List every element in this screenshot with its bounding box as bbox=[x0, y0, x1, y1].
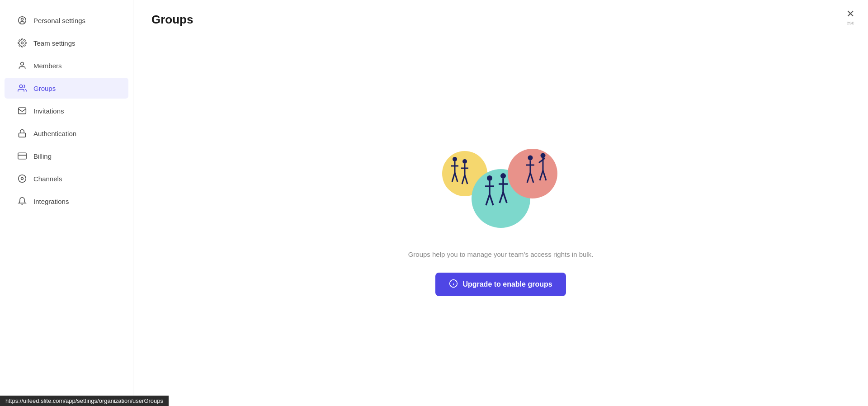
svg-line-34 bbox=[527, 173, 530, 183]
main-body: Groups help you to manage your team's ac… bbox=[133, 36, 868, 406]
status-url: https://uifeed.slite.com/app/settings/or… bbox=[5, 397, 163, 404]
groups-illustration bbox=[433, 146, 569, 237]
sidebar: Personal settings Team settings Members bbox=[0, 0, 133, 406]
svg-line-24 bbox=[486, 194, 490, 205]
sidebar-item-channels[interactable]: Channels bbox=[5, 168, 128, 189]
sidebar-label-invitations: Invitations bbox=[33, 107, 64, 115]
sidebar-item-personal-settings[interactable]: Personal settings bbox=[5, 10, 128, 31]
svg-line-38 bbox=[539, 158, 545, 163]
page-header: Groups bbox=[133, 0, 868, 36]
upgrade-button-label: Upgrade to enable groups bbox=[462, 280, 552, 288]
svg-point-11 bbox=[453, 157, 457, 161]
close-icon: ✕ bbox=[846, 9, 854, 19]
sidebar-item-billing[interactable]: Billing bbox=[5, 146, 128, 166]
sidebar-label-groups: Groups bbox=[33, 85, 56, 92]
person-icon bbox=[17, 61, 27, 71]
svg-point-4 bbox=[19, 85, 23, 88]
groups-description: Groups help you to manage your team's ac… bbox=[408, 250, 594, 258]
svg-point-10 bbox=[21, 178, 24, 180]
sidebar-item-team-settings[interactable]: Team settings bbox=[5, 33, 128, 53]
groups-icon bbox=[17, 83, 27, 93]
people-figures bbox=[433, 146, 569, 237]
mail-icon bbox=[17, 106, 27, 116]
sidebar-item-integrations[interactable]: Integrations bbox=[5, 191, 128, 212]
svg-line-19 bbox=[462, 175, 465, 184]
sidebar-item-groups[interactable]: Groups bbox=[5, 78, 128, 99]
esc-label: esc bbox=[846, 20, 854, 25]
svg-line-30 bbox=[503, 192, 507, 203]
svg-point-31 bbox=[528, 155, 533, 160]
bell-icon bbox=[17, 196, 27, 206]
info-circle-icon bbox=[449, 279, 458, 290]
sidebar-label-team-settings: Team settings bbox=[33, 39, 75, 47]
sidebar-label-personal-settings: Personal settings bbox=[33, 17, 85, 24]
svg-rect-6 bbox=[19, 133, 26, 137]
svg-line-29 bbox=[500, 192, 503, 203]
cog-icon bbox=[17, 38, 27, 48]
circle-dot-icon bbox=[17, 174, 27, 184]
sidebar-label-integrations: Integrations bbox=[33, 198, 69, 205]
status-bar: https://uifeed.slite.com/app/settings/or… bbox=[0, 396, 169, 406]
upgrade-button[interactable]: Upgrade to enable groups bbox=[435, 273, 566, 296]
svg-point-21 bbox=[487, 175, 492, 181]
sidebar-label-billing: Billing bbox=[33, 152, 52, 160]
svg-rect-5 bbox=[19, 108, 26, 113]
svg-line-25 bbox=[490, 194, 493, 205]
svg-line-35 bbox=[530, 173, 533, 183]
svg-line-20 bbox=[465, 175, 467, 184]
sidebar-label-channels: Channels bbox=[33, 175, 62, 183]
svg-point-2 bbox=[21, 42, 24, 44]
svg-line-39 bbox=[540, 170, 543, 180]
svg-point-26 bbox=[500, 173, 506, 179]
svg-line-40 bbox=[543, 170, 546, 180]
sidebar-label-authentication: Authentication bbox=[33, 130, 76, 137]
svg-rect-7 bbox=[18, 153, 26, 159]
svg-line-14 bbox=[452, 173, 455, 182]
close-button[interactable]: ✕ esc bbox=[846, 9, 854, 25]
sidebar-item-members[interactable]: Members bbox=[5, 55, 128, 76]
svg-point-36 bbox=[540, 153, 545, 158]
sidebar-item-invitations[interactable]: Invitations bbox=[5, 100, 128, 121]
user-circle-icon bbox=[17, 15, 27, 25]
main-content: Groups bbox=[133, 0, 868, 406]
svg-point-1 bbox=[21, 18, 24, 20]
lock-icon bbox=[17, 128, 27, 138]
svg-point-16 bbox=[462, 159, 467, 164]
svg-point-3 bbox=[21, 62, 24, 66]
sidebar-item-authentication[interactable]: Authentication bbox=[5, 123, 128, 144]
svg-line-15 bbox=[455, 173, 458, 182]
sidebar-label-members: Members bbox=[33, 62, 62, 70]
credit-card-icon bbox=[17, 151, 27, 161]
svg-point-9 bbox=[19, 175, 26, 183]
page-title: Groups bbox=[151, 13, 850, 27]
